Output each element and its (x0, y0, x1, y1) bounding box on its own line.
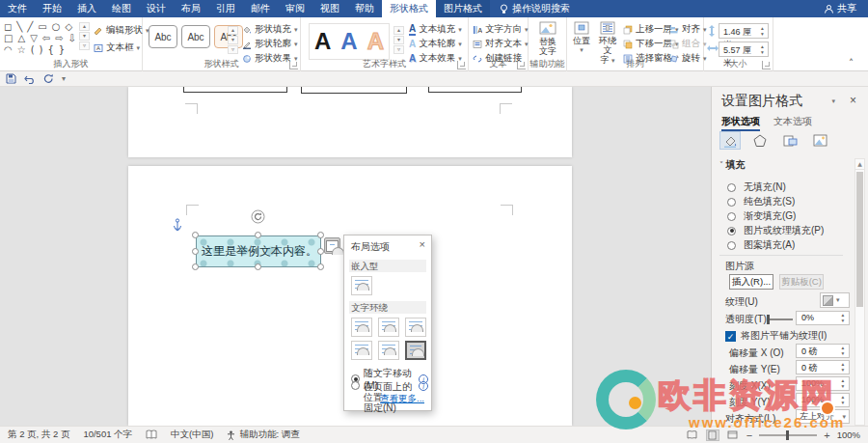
offset-x-input[interactable]: 0 磅▴▾ (796, 344, 850, 358)
tab-layout[interactable]: 布局 (174, 0, 208, 17)
edit-shape-button[interactable]: 编辑形状 ▾ (94, 23, 149, 38)
resize-handle-n[interactable] (255, 232, 261, 238)
tab-shape-options[interactable]: 形状选项 (721, 115, 760, 131)
wrap-behind-icon[interactable] (378, 341, 399, 360)
rotate-handle-icon[interactable] (251, 209, 265, 224)
wrap-option-inline[interactable] (351, 276, 372, 295)
alt-text-button[interactable]: 替换 文字 (532, 21, 563, 56)
tab-home[interactable]: 开始 (35, 0, 69, 17)
page1-shape-3[interactable] (428, 87, 522, 93)
scroll-up-icon[interactable]: ▴ (393, 26, 404, 35)
text-fill-button[interactable]: A 文本填充 ▾ (409, 22, 462, 37)
wordart-gallery[interactable]: A A A (309, 23, 390, 60)
shape-style-scroll[interactable]: ▴ ▾ ▿ (228, 26, 238, 54)
info-icon[interactable]: i (419, 381, 428, 391)
web-layout-icon[interactable] (726, 429, 740, 441)
wrap-infront-icon-selected[interactable] (405, 341, 426, 360)
document-area[interactable]: 这里是举例文本内容。 布局选项 × 嵌入型 文字环绕 随文字移动(M) i (0, 87, 711, 426)
tell-me-search[interactable]: 操作说明搜索 (490, 0, 580, 17)
zoom-in-icon[interactable]: + (824, 429, 829, 441)
redo-icon[interactable] (43, 73, 54, 84)
proofing-icon[interactable] (146, 429, 157, 440)
transparency-slider[interactable] (768, 318, 793, 320)
alignment-dropdown[interactable]: 左上对齐 ▾ (796, 409, 850, 424)
read-mode-icon[interactable] (686, 429, 699, 441)
scroll-down-icon[interactable]: ▾ (228, 36, 238, 44)
shape-style-sample-1[interactable]: Abc (149, 25, 177, 48)
layout-options-button[interactable] (324, 237, 340, 254)
fill-option-solid[interactable]: 纯色填充(S) (727, 195, 795, 208)
spinner-arrows-icon[interactable]: ▴▾ (838, 377, 848, 390)
close-icon[interactable]: × (850, 94, 856, 107)
tab-mailings[interactable]: 邮件 (243, 0, 278, 17)
fill-option-picture-texture[interactable]: 图片或纹理填充(P) (727, 224, 824, 237)
word-count[interactable]: 10/501 个字 (83, 429, 132, 441)
wordart-sample-2[interactable]: A (340, 28, 357, 55)
wordart-scroll[interactable]: ▴ ▾ ▿ (393, 26, 404, 54)
fill-option-none[interactable]: 无填充(N) (727, 180, 786, 194)
page1-shape-1[interactable] (183, 87, 287, 93)
gallery-more-icon[interactable]: ▿ (79, 42, 90, 50)
accessibility-status[interactable]: 辅助功能: 调查 (227, 429, 299, 441)
shape-gallery-row1-icons[interactable]: ◻╲╱▭○◇ (4, 21, 81, 33)
slider-handle[interactable] (767, 315, 770, 324)
tab-help[interactable]: 帮助 (347, 0, 382, 17)
save-icon[interactable] (6, 73, 16, 84)
spinner-arrows-icon[interactable]: ▴▾ (838, 361, 848, 374)
tab-references[interactable]: 引用 (208, 0, 243, 17)
dialog-launcher-icon[interactable] (457, 61, 466, 69)
resize-handle-s[interactable] (255, 263, 261, 270)
scrollbar-up-icon[interactable]: ▲ (855, 159, 864, 170)
resize-handle-nw[interactable] (192, 232, 199, 238)
radio-selected-icon[interactable] (727, 227, 736, 235)
fill-option-gradient[interactable]: 渐变填充(G) (727, 209, 796, 223)
shape-gallery-row3-icons[interactable]: ◠☆(){} (4, 44, 81, 56)
dialog-launcher-icon[interactable] (762, 61, 771, 69)
shape-style-sample-2[interactable]: Abc (181, 25, 210, 48)
language-indicator[interactable]: 中文(中国) (171, 429, 213, 441)
fill-section-header[interactable]: ˅ 填充 (719, 158, 746, 172)
page1-shape-2[interactable] (301, 87, 407, 94)
tile-as-texture-checkbox[interactable]: ✓ 将图片平铺为纹理(I) (725, 329, 827, 343)
zoom-level[interactable]: 100% (837, 429, 860, 440)
tab-text-options[interactable]: 文本选项 (773, 115, 812, 131)
insert-picture-button[interactable]: 插入(R)... (729, 274, 773, 290)
zoom-out-icon[interactable]: − (746, 429, 752, 441)
shape-fill-button[interactable]: 形状填充 ▾ (242, 22, 298, 37)
undo-icon[interactable] (24, 74, 36, 84)
tab-draw[interactable]: 绘图 (104, 0, 139, 17)
share-button[interactable]: 共享 (813, 0, 868, 17)
tab-file[interactable]: 文件 (0, 0, 35, 17)
tab-design[interactable]: 设计 (139, 0, 174, 17)
resize-handle-se[interactable] (317, 263, 324, 270)
resize-handle-w[interactable] (192, 248, 199, 255)
wordart-sample-1[interactable]: A (314, 28, 331, 55)
spinner-arrows-icon[interactable]: ▴▾ (758, 43, 767, 55)
text-box-button[interactable]: A 文本框 ▾ (94, 41, 140, 55)
print-layout-icon[interactable] (706, 429, 719, 441)
gallery-more-icon[interactable]: ▿ (393, 45, 404, 54)
tab-view[interactable]: 视图 (312, 0, 347, 17)
effects-icon[interactable] (749, 131, 771, 150)
transparency-input[interactable]: 0% ▴▾ (796, 311, 850, 325)
page-indicator[interactable]: 第 2 页, 共 2 页 (8, 429, 69, 441)
tab-insert[interactable]: 插入 (69, 0, 104, 17)
resize-handle-sw[interactable] (192, 263, 199, 270)
wrap-topbottom-icon[interactable] (351, 341, 372, 360)
page-1[interactable] (128, 87, 572, 157)
fill-option-pattern[interactable]: 图案填充(A) (727, 238, 795, 252)
textbox-text[interactable]: 这里是举例文本内容。 (202, 243, 317, 260)
scale-x-input[interactable]: 100%▴▾ (796, 376, 850, 391)
radio-icon[interactable] (727, 183, 736, 192)
checkbox-checked-icon[interactable]: ✓ (725, 331, 736, 342)
shape-gallery-scroll[interactable]: ▴ ▾ ▿ (79, 22, 90, 50)
wrap-tight-icon[interactable] (378, 318, 399, 337)
texture-dropdown[interactable]: ▾ (820, 292, 850, 308)
collapse-ribbon-icon[interactable]: ˄ (849, 58, 854, 69)
picture-icon[interactable] (809, 131, 830, 150)
scrollbar-thumb[interactable] (856, 172, 863, 307)
scroll-down-icon[interactable]: ▾ (79, 32, 90, 41)
spinner-arrows-icon[interactable]: ▴▾ (838, 345, 848, 357)
spinner-arrows-icon[interactable]: ▴▾ (838, 312, 848, 324)
pane-scrollbar[interactable]: ▲ (854, 158, 865, 426)
